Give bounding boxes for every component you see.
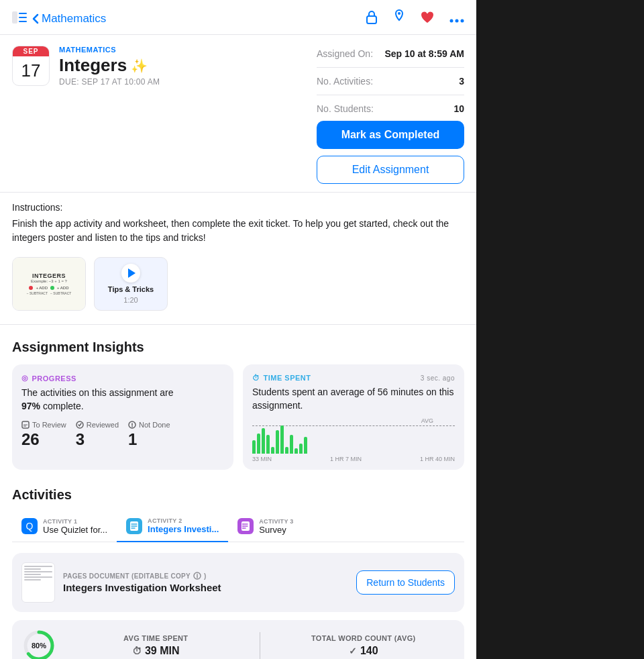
svg-rect-4 [367, 16, 376, 23]
not-done-stat: Not Done 1 [128, 421, 170, 449]
heart-icon[interactable] [420, 10, 435, 27]
subject-label: MATHEMATICS [59, 46, 306, 54]
svg-point-6 [450, 19, 453, 23]
doc-line-6 [24, 579, 41, 580]
bar-1 [252, 440, 256, 454]
svg-rect-1 [19, 13, 27, 14]
activity-3-icon [237, 518, 254, 534]
activity-2-icon [126, 518, 142, 534]
svg-rect-3 [19, 21, 27, 22]
header-section: SEP 17 MATHEMATICS Integers ✨ DUE: SEP 1… [0, 35, 476, 193]
svg-point-7 [455, 19, 459, 23]
svg-point-5 [398, 12, 400, 15]
bar-10 [294, 448, 298, 454]
back-button[interactable]: Mathematics [32, 12, 106, 26]
instructions-label: Instructions: [12, 202, 464, 213]
doc-name: Integers Investigation Worksheet [63, 582, 348, 593]
insights-title: Assignment Insights [12, 340, 464, 355]
instructions-text: Finish the app activity and worksheet, t… [12, 217, 464, 245]
attachments-row: INTEGERS Example: −3 + 1 = ? + ADD + ADD… [0, 252, 476, 321]
doc-thumbnail [21, 562, 55, 603]
more-icon[interactable] [449, 11, 464, 26]
no-students-row: No. Students: 10 [317, 103, 464, 114]
instructions-section: Instructions: Finish the app activity an… [0, 193, 476, 252]
progress-stats: To Review 26 Reviewed [21, 421, 224, 449]
calendar-badge: SEP 17 [12, 46, 50, 86]
activity-1-icon: Q [21, 518, 38, 534]
stats-divider [260, 632, 260, 659]
bar-7 [280, 425, 284, 454]
edit-assignment-button[interactable]: Edit Assignment [317, 156, 464, 184]
reviewed-stat: Reviewed 3 [76, 421, 119, 449]
doc-line-2 [24, 568, 41, 570]
bar-4 [266, 435, 270, 454]
bar-5 [271, 447, 274, 454]
integers-poster-image: INTEGERS Example: −3 + 1 = ? + ADD + ADD… [13, 258, 85, 310]
sidebar-icon[interactable] [12, 11, 27, 26]
tips-tricks-card[interactable]: Tips & Tricks 1:20 [94, 257, 168, 311]
top-nav: Mathematics [0, 0, 476, 35]
time-chart: AVG [252, 420, 455, 460]
avg-time-clock-icon: ⏱ [132, 646, 142, 656]
time-spent-card: ⏱ TIME SPENT 3 sec. ago Students spent a… [243, 364, 464, 470]
return-to-students-button[interactable]: Return to Students [356, 570, 455, 595]
bar-6 [276, 430, 279, 454]
svg-point-14 [242, 523, 244, 525]
document-card: PAGES DOCUMENT (EDITABLE COPY ) Integers… [12, 553, 464, 612]
svg-rect-2 [19, 17, 27, 18]
bar-8 [285, 447, 288, 454]
tab-activity-3[interactable]: ACTIVITY 3 Survey [228, 512, 309, 542]
to-review-stat: To Review 26 [21, 421, 66, 449]
progress-circle: 80% [23, 629, 55, 659]
bar-3 [262, 428, 265, 454]
lock-icon[interactable] [365, 9, 378, 28]
progress-circle-icon: ◎ [21, 374, 29, 383]
stats-row: 80% AVG TIME SPENT ⏱ 39 MIN TOTAL WORD C… [12, 620, 464, 659]
word-count-check-icon: ✓ [349, 646, 357, 656]
cal-month: SEP [13, 46, 49, 56]
tips-duration: 1:20 [123, 296, 138, 304]
right-meta: Assigned On: Sep 10 at 8:59 AM No. Activ… [317, 46, 464, 184]
insights-section: Assignment Insights ◎ PROGRESS The activ… [0, 327, 476, 476]
chart-bars [252, 420, 455, 454]
integers-poster-card[interactable]: INTEGERS Example: −3 + 1 = ? + ADD + ADD… [12, 257, 86, 311]
chart-labels: 33 MIN 1 HR 7 MIN 1 HR 40 MIN [252, 456, 455, 462]
word-count-block: TOTAL WORD COUNT (AVG) ✓ 140 [274, 634, 454, 657]
svg-point-16 [242, 527, 244, 529]
tab-activity-1[interactable]: Q ACTIVITY 1 Use Quizlet for... [12, 512, 117, 542]
time-spent-text: Students spent an average of 56 minutes … [252, 386, 455, 412]
activities-title: Activities [12, 487, 464, 503]
assigned-on-row: Assigned On: Sep 10 at 8:59 AM [317, 48, 464, 59]
play-triangle-icon [128, 268, 136, 278]
cal-day: 17 [13, 56, 49, 85]
insights-cards: ◎ PROGRESS The activities on this assign… [12, 364, 464, 470]
progress-circle-wrap: 80% [23, 629, 55, 659]
play-button[interactable] [121, 264, 140, 283]
assignment-title: Integers ✨ [59, 55, 306, 76]
doc-type: PAGES DOCUMENT (EDITABLE COPY ) [63, 572, 348, 580]
svg-point-8 [461, 19, 464, 23]
doc-info: PAGES DOCUMENT (EDITABLE COPY ) Integers… [63, 572, 348, 593]
mark-completed-button[interactable]: Mark as Completed [317, 121, 464, 149]
doc-line-3 [24, 571, 52, 572]
clock-badge-icon: ⏱ [252, 374, 260, 382]
svg-point-15 [242, 525, 244, 527]
header-info: MATHEMATICS Integers ✨ DUE: SEP 17 AT 10… [59, 46, 306, 87]
progress-percent-label: 80% [32, 642, 46, 650]
section-divider [0, 324, 476, 325]
activity-tabs: Q ACTIVITY 1 Use Quizlet for... ACT [12, 512, 464, 542]
tips-tricks-label: Tips & Tricks [108, 285, 154, 293]
pin-icon[interactable] [393, 9, 405, 28]
tab-activity-2[interactable]: ACTIVITY 2 Integers Investi... [117, 512, 228, 542]
progress-text: The activities on this assignment are 97… [21, 387, 224, 413]
doc-line-4 [24, 574, 41, 575]
bar-12 [304, 437, 307, 454]
right-panel [476, 0, 644, 659]
time-spent-badge: ⏱ TIME SPENT 3 sec. ago [252, 374, 455, 382]
bar-9 [290, 435, 293, 454]
progress-card: ◎ PROGRESS The activities on this assign… [12, 364, 233, 470]
nav-icons [365, 9, 464, 28]
due-date: DUE: SEP 17 AT 10:00 AM [59, 77, 306, 87]
doc-line-1 [24, 566, 52, 567]
bar-2 [257, 434, 260, 454]
